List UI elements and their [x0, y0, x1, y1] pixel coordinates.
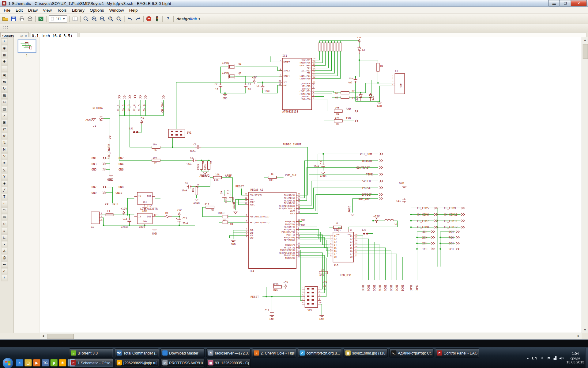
- tool-wire[interactable]: ╱: [1, 187, 8, 193]
- tool-errors[interactable]: !: [1, 275, 8, 281]
- part-R1[interactable]: R1: [377, 63, 383, 71]
- part-C9[interactable]: C9100n: [220, 191, 228, 203]
- save-button[interactable]: [9, 15, 18, 22]
- scroll-left-arrow[interactable]: ◀: [40, 333, 46, 339]
- tool-smash[interactable]: ✶: [1, 160, 8, 166]
- tool-value[interactable]: V: [1, 153, 8, 159]
- part-R8[interactable]: R8100k: [197, 161, 205, 170]
- print-button[interactable]: [18, 15, 26, 22]
- zoom-select-button[interactable]: [115, 15, 123, 22]
- part-C12[interactable]: +C12470mk: [121, 217, 131, 228]
- part-L1[interactable]: L1: [385, 219, 398, 225]
- part-C18[interactable]: C18: [265, 309, 273, 314]
- part-C4[interactable]: C4100n: [257, 85, 270, 93]
- tool-mirror[interactable]: ⇆: [1, 79, 8, 85]
- tool-miter[interactable]: ◺: [1, 167, 8, 173]
- zoom-out-button[interactable]: [98, 15, 107, 22]
- part-C13[interactable]: +C1322mk: [176, 217, 188, 225]
- menu-view[interactable]: View: [40, 7, 54, 13]
- quick-launch-media-player[interactable]: ▶: [33, 359, 40, 366]
- component-IC3[interactable]: INOUTGNDIC37805: [137, 213, 158, 229]
- horizontal-scroll-thumb[interactable]: [47, 334, 74, 339]
- part-Q3[interactable]: Q316MHz: [217, 212, 228, 221]
- tool-split[interactable]: Y: [1, 173, 8, 180]
- part-res_v[interactable]: [321, 43, 324, 51]
- menu-help[interactable]: Help: [126, 7, 140, 13]
- tool-label[interactable]: A: [1, 248, 8, 254]
- tool-info[interactable]: i: [1, 38, 8, 44]
- net-wires[interactable]: [102, 40, 461, 315]
- part-R9[interactable]: R9100k: [204, 161, 212, 170]
- quick-launch-utorrent[interactable]: µ: [50, 359, 58, 366]
- part-R2[interactable]: R268: [335, 90, 355, 94]
- go-button[interactable]: [153, 15, 161, 22]
- part-res_v[interactable]: [333, 43, 336, 51]
- part-R10[interactable]: R1010k: [213, 173, 222, 182]
- part-res_v[interactable]: [327, 43, 330, 51]
- use-button[interactable]: [71, 15, 79, 22]
- hidden-icons-arrow[interactable]: ▲: [526, 356, 530, 360]
- taskbar-button-console[interactable]: >_Администратор: C:...: [389, 348, 433, 357]
- part-C3[interactable]: C318: [244, 83, 251, 91]
- horizontal-scrollbar[interactable]: ◀ ▶: [40, 333, 582, 339]
- tool-circle[interactable]: ○: [1, 200, 8, 207]
- part-res_v[interactable]: [330, 43, 333, 51]
- menu-library[interactable]: Library: [69, 7, 87, 13]
- taskbar-button-commfort[interactable]: Ccommfort-zh.org.u...: [298, 348, 342, 357]
- tool-attribute[interactable]: @: [1, 255, 8, 261]
- scroll-down-arrow[interactable]: ▼: [582, 327, 588, 333]
- zoom-in-button[interactable]: [90, 15, 98, 22]
- vertical-scroll-thumb[interactable]: [583, 44, 588, 59]
- taskbar-button-image-viewer-2[interactable]: ▦93_1226298935 - Сре...: [206, 358, 250, 367]
- tool-rotate[interactable]: ↻: [1, 86, 8, 92]
- tool-rect[interactable]: ▭: [1, 214, 8, 220]
- taskbar-button-utorrent[interactable]: µμTorrent 3.3: [69, 348, 113, 357]
- part-D4[interactable]: D4: [164, 212, 172, 218]
- cam-button[interactable]: [26, 15, 34, 22]
- tray-network[interactable]: ▟: [552, 356, 557, 361]
- tray-qip-tray[interactable]: ☀: [540, 356, 545, 361]
- menu-options[interactable]: Options: [87, 7, 107, 13]
- taskbar-button-media-player[interactable]: ♪2. Cheryl Cole - Figh...: [252, 348, 296, 357]
- menu-draw[interactable]: Draw: [25, 7, 40, 13]
- taskbar-button-download-master[interactable]: ↓Download Master: [160, 348, 205, 357]
- tool-erc[interactable]: ✓: [1, 268, 8, 274]
- part-res_v[interactable]: [324, 43, 327, 51]
- part-R6[interactable]: R610k: [152, 143, 160, 151]
- tool-text[interactable]: T: [1, 194, 8, 200]
- minimize-button[interactable]: ▬: [548, 0, 560, 6]
- tray-action-center-flag[interactable]: ⚑: [546, 356, 551, 361]
- part-C6[interactable]: C6100n: [190, 143, 201, 153]
- part-res_v[interactable]: [339, 43, 342, 51]
- part-R16[interactable]: R16100k: [273, 282, 281, 291]
- part-R11[interactable]: R111k: [268, 173, 277, 182]
- part-R12[interactable]: R1210k: [192, 184, 200, 195]
- tool-net[interactable]: ∟: [1, 234, 8, 240]
- part-res_v[interactable]: [336, 43, 339, 51]
- part-res_v[interactable]: [318, 43, 321, 51]
- menu-tools[interactable]: Tools: [55, 7, 70, 13]
- taskbar-button-image-viewer[interactable]: ▦soyuz1smd.jpg (118...: [344, 348, 388, 357]
- part-C11[interactable]: C11: [396, 198, 406, 203]
- quick-launch-qip[interactable]: ☀: [59, 359, 66, 366]
- part-J1[interactable]: J1: [93, 117, 104, 127]
- redo-button[interactable]: [134, 15, 142, 22]
- quick-launch-internet-explorer[interactable]: e: [16, 359, 23, 366]
- part-SJ0[interactable]: SJ0: [362, 228, 368, 235]
- part-Q1[interactable]: Q112MHz: [222, 62, 242, 69]
- component-MEGA8-AI[interactable]: 29PC6(RESET)21GND20AREF18AVCC7PB6(XTAL1/…: [245, 188, 300, 272]
- tool-junction[interactable]: •: [1, 241, 8, 247]
- component-X1[interactable]: 1234USBX1: [392, 70, 405, 94]
- part-dio_v[interactable]: 3v6: [356, 93, 362, 101]
- design-link-button[interactable]: designlink▼: [177, 17, 201, 21]
- tool-display[interactable]: ▦: [1, 52, 8, 58]
- tool-move[interactable]: ↔: [1, 65, 8, 71]
- zoom-redraw-button[interactable]: [107, 15, 115, 22]
- sheet-thumbnail[interactable]: [17, 40, 36, 53]
- grid-button[interactable]: [2, 24, 10, 32]
- chevron-down-icon[interactable]: ▼: [198, 17, 201, 20]
- tool-copy[interactable]: ▣: [1, 72, 8, 78]
- tool-invoke[interactable]: ◈: [1, 180, 8, 186]
- part-C8[interactable]: C810mk: [182, 182, 192, 192]
- component-X2[interactable]: 123X2: [91, 212, 103, 229]
